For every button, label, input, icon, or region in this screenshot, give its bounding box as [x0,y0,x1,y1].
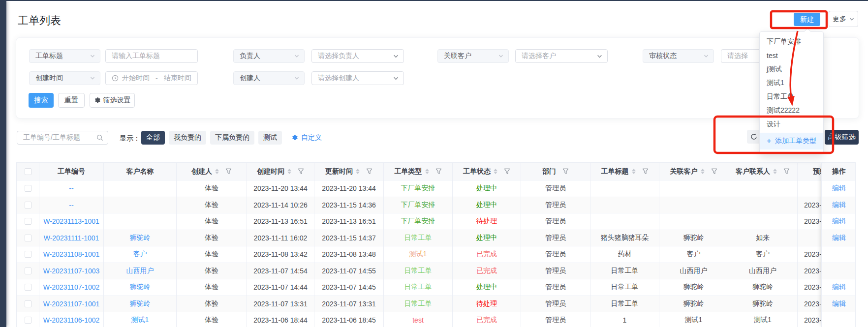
cell-text[interactable]: W-20231111-1001 [44,234,99,242]
cell-status: 已完成 [453,312,521,327]
filter-field-select-owner[interactable]: 负责人 [233,49,305,63]
filter-field-select-creator[interactable]: 创建人 [233,71,305,85]
cell-op: 编辑 [822,213,856,230]
create-button[interactable]: 新建 [794,13,820,26]
cell-text: 处理中 [476,234,497,242]
dropdown-item[interactable]: 设计 [760,118,823,131]
cell-creator: 体验 [177,279,247,296]
sidebar-collapsed-strip [0,0,6,327]
cell-text[interactable]: 客户 [133,250,147,259]
dropdown-item[interactable]: 测试1 [760,76,823,90]
search-button[interactable]: 搜索 [29,93,54,108]
filter-funnel-icon[interactable] [783,168,790,175]
cell-text[interactable]: W-20231106-1002 [43,316,100,324]
sort-carets-icon[interactable] [215,169,219,174]
filter-field-select-audit-status[interactable]: 审核状态 [643,49,714,63]
filter-funnel-icon[interactable] [642,168,649,175]
filter-field-select-customer[interactable]: 关联客户 [437,49,509,63]
filter-field-select-created-time[interactable]: 创建时间 [29,71,100,85]
reset-button[interactable]: 重置 [58,93,85,108]
edit-link[interactable]: 编辑 [832,299,846,308]
dropdown-item[interactable]: 下厂单安排 [760,35,823,49]
column-header-sel [17,163,39,180]
cell-text[interactable]: W-20231107-1003 [43,267,100,275]
filter-funnel-icon[interactable] [298,168,304,175]
filter-funnel-icon[interactable] [366,168,372,175]
row-checkbox[interactable] [25,235,31,241]
dropdown-item[interactable]: j测试 [760,62,823,76]
cell-text[interactable]: 狮驼岭 [130,299,151,308]
dropdown-item[interactable]: test [760,49,823,62]
cell-code: W-20231113-1001 [39,213,104,230]
edit-link[interactable]: 编辑 [832,234,846,242]
display-tab[interactable]: 测试 [258,131,282,145]
row-checkbox[interactable] [25,300,31,307]
dropdown-item[interactable]: 日常工单 [760,90,823,104]
customer-select[interactable]: 请选择客户 [515,49,608,63]
column-header-dept: 部门 [521,163,590,180]
column-label: 工单状态 [463,167,491,176]
row-checkbox[interactable] [25,251,31,258]
edit-link[interactable]: 编辑 [832,283,846,292]
cell-text[interactable]: 山西用户 [126,267,154,275]
row-checkbox[interactable] [25,185,31,192]
filter-settings-button[interactable]: 筛选设置 [90,93,135,108]
title-keyword-input[interactable]: 请输入工单标题 [105,49,198,63]
order-search-input[interactable]: 工单编号/工单标题 [17,131,108,145]
table-row: W-20231113-1001体验2023-11-13 16:512023-11… [17,213,856,230]
sort-carets-icon[interactable] [287,169,291,174]
sort-carets-icon[interactable] [632,169,636,174]
add-work-order-type-item[interactable]: + 添加工单类型 [760,133,823,149]
cell-text[interactable]: W-20231107-1001 [43,300,100,308]
filter-funnel-icon[interactable] [504,168,510,175]
filter-funnel-icon[interactable] [225,168,232,175]
cell-text[interactable]: 测试1 [131,316,149,325]
customize-button[interactable]: 自定义 [291,131,322,145]
row-checkbox[interactable] [25,284,31,291]
cell-text[interactable]: W-20231113-1001 [43,217,99,225]
display-tab[interactable]: 全部 [141,131,165,145]
sort-carets-icon[interactable] [701,169,705,174]
column-label: 关联客户 [670,167,698,176]
cell-text[interactable]: 狮驼岭 [130,234,151,242]
cell-text: 客户 [687,250,701,259]
creator-select[interactable]: 请选择创建人 [311,71,404,85]
row-checkbox[interactable] [25,268,31,274]
filter-funnel-icon[interactable] [711,168,717,175]
sort-carets-icon[interactable] [773,169,777,174]
select-all-checkbox[interactable] [25,168,31,175]
row-checkbox[interactable] [25,218,31,225]
cell-text: 2023-11-07 14:54 [253,267,308,275]
filter-funnel-icon[interactable] [435,168,442,175]
display-tab[interactable]: 下属负责的 [210,131,254,145]
cell-text[interactable]: -- [69,184,73,192]
cell-text: 山西用户 [680,267,708,275]
more-button[interactable]: 更多 [829,11,858,27]
sort-carets-icon[interactable] [494,169,497,174]
cell-code: W-20231108-1001 [39,246,104,263]
cell-text[interactable]: -- [69,201,73,209]
edit-link[interactable]: 编辑 [832,217,846,226]
sort-carets-icon[interactable] [425,169,429,174]
display-tab[interactable]: 我负责的 [169,131,206,145]
cell-text[interactable]: 狮驼岭 [130,283,151,292]
owner-select[interactable]: 请选择负责人 [311,49,404,63]
cell-text: 2023-11-20 13:44 [253,184,308,192]
filter-funnel-icon[interactable] [562,168,569,175]
edit-link[interactable]: 编辑 [832,184,846,193]
cell-text[interactable]: W-20231107-1002 [43,283,100,291]
dropdown-item[interactable]: 测试22222 [760,104,823,118]
row-checkbox[interactable] [25,202,31,208]
cell-text[interactable]: W-20231108-1001 [43,250,100,258]
cell-updated: 2023-11-07 14:55 [314,263,384,280]
advanced-filter-button[interactable]: 高级筛选 [825,130,859,145]
filter-field-select-title[interactable]: 工单标题 [29,49,100,63]
table-row: W-20231107-1001狮驼岭体验2023-11-07 13:312023… [17,296,856,313]
cell-text: 2023-11-15 14:36 [322,201,376,209]
created-time-range-picker[interactable]: 开始时间 - 结束时间 [105,71,198,85]
cell-text: 狮驼岭 [752,283,773,292]
edit-link[interactable]: 编辑 [832,201,846,209]
sort-carets-icon[interactable] [356,169,360,174]
cell-status: 处理中 [453,279,521,296]
row-checkbox[interactable] [25,317,31,324]
